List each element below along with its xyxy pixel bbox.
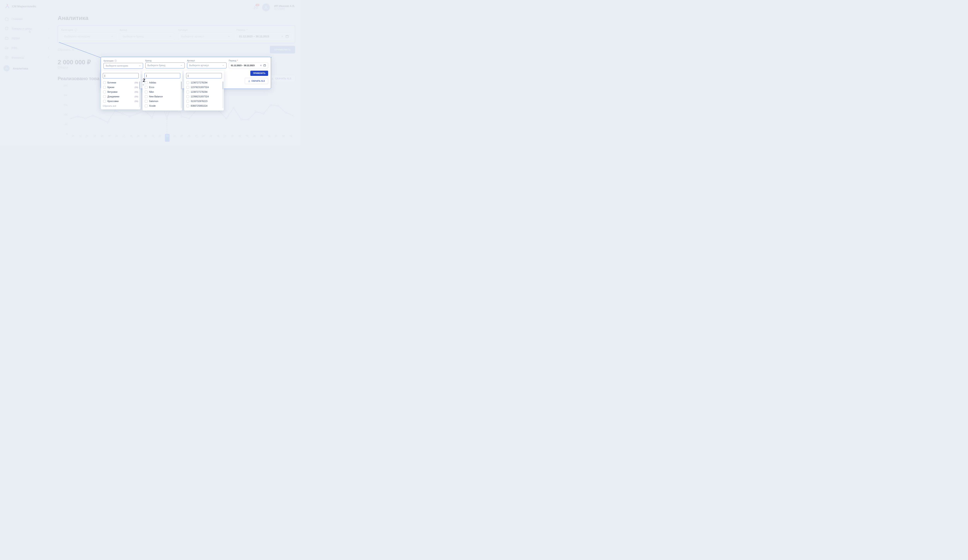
- dropdown-option[interactable]: 12398231937324: [186, 94, 222, 99]
- checkbox[interactable]: [186, 100, 189, 103]
- ef-label: Период*: [229, 60, 269, 62]
- expanded-filter-panel: Категорияi Выберите категорию Бренд Выбе…: [101, 57, 271, 89]
- ef-apply-button[interactable]: ПРИМЕНИТЬ: [250, 71, 268, 76]
- behind-kpi-value: 2: [143, 78, 145, 83]
- dropdown-option[interactable]: Ботинки(99): [103, 80, 139, 85]
- dropdown-option[interactable]: 1236727278294: [186, 80, 222, 85]
- calendar-icon[interactable]: [263, 64, 266, 67]
- dropdown-option[interactable]: 8366725891024: [186, 104, 222, 108]
- ef-actions: ПРИМЕНИТЬ СКАЧАТЬ XLS: [229, 71, 269, 84]
- scrollbar-thumb[interactable]: [181, 81, 182, 89]
- scrollbar-thumb[interactable]: [223, 81, 223, 89]
- download-icon: [248, 80, 250, 82]
- reset-all-link[interactable]: Сбросить всё: [103, 104, 139, 107]
- checkbox[interactable]: [186, 91, 189, 93]
- dropdown-option[interactable]: Salomon: [144, 99, 180, 104]
- article-dropdown: 1236727278294123782319373241238727278294…: [184, 71, 224, 111]
- article-search-input[interactable]: [186, 73, 222, 78]
- ef-label: Категорияi: [104, 60, 143, 62]
- brand-list: AdidasEccoNikeNew BalanceSalomonXcode: [144, 80, 180, 108]
- chevron-up-icon: [180, 64, 182, 66]
- category-search-input[interactable]: [103, 73, 139, 78]
- checkbox[interactable]: [103, 91, 106, 93]
- brand-dropdown: AdidasEccoNikeNew BalanceSalomonXcode: [143, 71, 182, 111]
- ef-article-select[interactable]: Выберите артикул: [187, 63, 227, 68]
- checkbox[interactable]: [145, 104, 148, 107]
- checkbox[interactable]: [186, 104, 189, 107]
- dropdown-option[interactable]: 12378231937324: [186, 85, 222, 89]
- checkbox[interactable]: [103, 81, 106, 84]
- info-icon[interactable]: i: [114, 60, 117, 62]
- ef-label: Артикул: [187, 60, 227, 62]
- checkbox[interactable]: [145, 95, 148, 98]
- behind-kpi-label: о: [143, 83, 144, 86]
- dropdown-option[interactable]: Брюки(99): [103, 85, 139, 89]
- dropdown-option[interactable]: Nike: [144, 89, 180, 94]
- svg-rect-43: [264, 65, 266, 66]
- dropdown-option[interactable]: Ветровки(99): [103, 89, 139, 94]
- ef-brand-select[interactable]: Выберите бренд: [146, 63, 185, 68]
- checkbox[interactable]: [186, 95, 189, 98]
- ef-category-select[interactable]: Выберите категорию: [104, 63, 143, 69]
- checkbox[interactable]: [186, 81, 189, 84]
- scrollbar-thumb[interactable]: [139, 81, 140, 89]
- checkbox[interactable]: [103, 86, 106, 89]
- dropdown-option[interactable]: New Balance: [144, 94, 180, 99]
- dropdown-option[interactable]: 3133732878223: [186, 99, 222, 104]
- ef-period: Период* 01.12.2023 – 30.12.2023 ✕ ПРИМЕН…: [229, 60, 269, 84]
- brand-search-input[interactable]: [144, 73, 180, 78]
- dropdown-option[interactable]: Дождевики(99): [103, 94, 139, 99]
- dropdown-option[interactable]: Xcode: [144, 104, 180, 108]
- clear-icon[interactable]: ✕: [260, 64, 262, 67]
- dropdown-option[interactable]: Adidas: [144, 80, 180, 85]
- required-mark: *: [237, 60, 238, 62]
- checkbox[interactable]: [103, 100, 106, 103]
- ef-download-button[interactable]: СКАЧАТЬ XLS: [245, 78, 268, 84]
- chevron-up-icon: [222, 64, 224, 66]
- checkbox[interactable]: [145, 86, 148, 89]
- checkbox[interactable]: [186, 86, 189, 89]
- dropdown-option[interactable]: 1238727278294: [186, 89, 222, 94]
- category-dropdown: Ботинки(99)Брюки(99)Ветровки(99)Дождевик…: [101, 71, 141, 109]
- ef-period-input[interactable]: 01.12.2023 – 30.12.2023 ✕: [229, 63, 269, 68]
- checkbox[interactable]: [145, 100, 148, 103]
- ef-label: Бренд: [146, 60, 185, 62]
- checkbox[interactable]: [103, 95, 106, 98]
- dropdown-option[interactable]: Кроссовки(99): [103, 99, 139, 104]
- checkbox[interactable]: [145, 91, 148, 93]
- category-list: Ботинки(99)Брюки(99)Ветровки(99)Дождевик…: [103, 80, 139, 104]
- chevron-up-icon: [139, 65, 141, 67]
- article-list: 1236727278294123782319373241238727278294…: [186, 80, 222, 108]
- dropdown-option[interactable]: Ecco: [144, 85, 180, 89]
